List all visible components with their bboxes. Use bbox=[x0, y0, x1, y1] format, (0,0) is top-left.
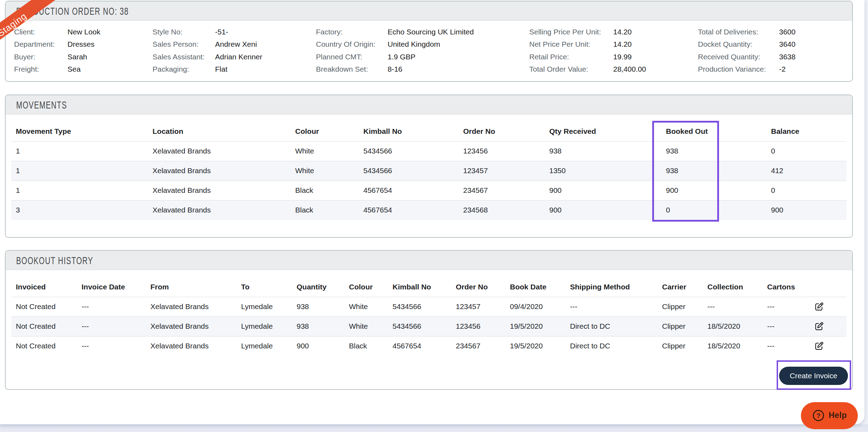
svg-text:?: ? bbox=[816, 412, 821, 419]
